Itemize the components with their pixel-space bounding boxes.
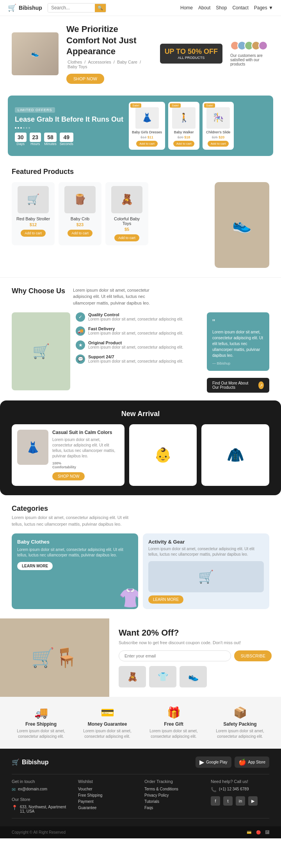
- location-icon: 📍: [12, 805, 18, 810]
- feat-prod-2: 🧸 Colorful Baby Toys $5 Add to cart: [105, 182, 148, 245]
- twitter-icon[interactable]: t: [223, 796, 233, 806]
- footer-link-guarantee[interactable]: Guarantee: [78, 806, 137, 810]
- cat-header: Categories Lorem ipsum dolor sit amet, c…: [12, 505, 269, 527]
- nav-about[interactable]: About: [198, 5, 210, 11]
- why-choose-section: Why Choose Us Lorem ipsum dolor sit amet…: [0, 279, 281, 401]
- lo-product-2: Sale! 🎠 Children's Slide $25 $20 Add to …: [203, 102, 234, 150]
- arrow-icon: ↗: [258, 381, 264, 389]
- hero-shop-button[interactable]: SHOP NOW: [66, 74, 104, 84]
- featured-grid: 🛒 Red Baby Stroller $12 Add to cart 🪵 Ba…: [12, 182, 269, 268]
- feat-add-cart-2[interactable]: Add to cart: [114, 234, 139, 241]
- activity-image: 🛒: [148, 561, 264, 592]
- google-play-icon: ▶: [199, 758, 204, 766]
- footer-cart-icon: 🛒: [12, 758, 20, 766]
- nav-home[interactable]: Home: [180, 5, 193, 11]
- satisfied-text: Our customers are satisfied with our pro…: [230, 53, 269, 66]
- lo-add-cart-0[interactable]: Add to cart: [136, 141, 158, 147]
- footer-top: 🛒 Bibishup ▶ Google Play 🍎 App Store: [12, 756, 269, 768]
- footer-link-payment[interactable]: Payment: [78, 799, 137, 804]
- trust-badges-section: 🚚 Free Shipping Lorem ipsum dolor sit am…: [0, 697, 281, 749]
- phone-icon: 📞: [211, 787, 217, 792]
- footer-visa-icon[interactable]: 💳: [247, 830, 251, 834]
- timer-hours: 23 Hours: [30, 133, 41, 146]
- lo-product-1: Sale! 🚶 Baby Walker $20 $18 Add to cart: [168, 102, 199, 150]
- why-quote-author: — Bibishup: [212, 361, 264, 365]
- shipping-icon: 🚚: [16, 706, 66, 719]
- footer-link-tutorials[interactable]: Tutorials: [144, 799, 203, 804]
- timer-days: 30 Days: [15, 133, 27, 146]
- featured-title: Featured Products: [12, 168, 269, 176]
- na-main-product: 👗 Casual Suit in Calm Colors Lorem ipsum…: [12, 424, 124, 486]
- na-shop-button[interactable]: SHOP NOW: [52, 472, 85, 480]
- why-features: ✓ Quality Control Lorem ipsum dolor sit …: [76, 312, 201, 393]
- why-body: 🛒 ✓ Quality Control Lorem ipsum dolor si…: [12, 312, 269, 393]
- logo-text: Bibishup: [19, 5, 42, 11]
- discount-sub-images: 🧸 👕 👟: [119, 666, 272, 687]
- gift-icon: 🎁: [148, 706, 199, 719]
- footer-col-helpline: Need help? Call us! 📞 (+1) 12 345 6789 f…: [211, 779, 269, 813]
- hero-image: 👟: [12, 32, 59, 75]
- activity-learn-btn[interactable]: LEARN MORE: [148, 595, 183, 604]
- baby-clothes-image: 👚: [119, 587, 138, 609]
- social-links: f t in ▶: [211, 796, 269, 806]
- app-store-button[interactable]: 🍎 App Store: [235, 756, 269, 768]
- nav-links: Home About Shop Contact Pages ▼: [180, 5, 273, 11]
- activity-title: Activity & Gear: [148, 539, 264, 545]
- search-bar[interactable]: 🔍: [48, 3, 106, 12]
- baby-clothes-learn-btn[interactable]: LEARN MORE: [17, 562, 53, 570]
- hero-categories: Clothes / Accessories / Baby Care / Baby…: [66, 60, 152, 69]
- discount-form: SUBSCRIBE: [119, 650, 272, 661]
- baby-clothes-title: Baby Clothes: [17, 539, 133, 545]
- footer-mc-icon[interactable]: 🔴: [256, 830, 261, 834]
- limited-offer-products: Sale! 👗 Baby Girls Dresses $13 $11 Add t…: [129, 102, 266, 150]
- trust-packing: 📦 Safety Packing Lorem ipsum dolor sit a…: [215, 706, 265, 739]
- hero-right: Our customers are satisfied with our pro…: [230, 41, 269, 66]
- feat-prod-0: 🛒 Red Baby Stroller $12 Add to cart: [12, 182, 55, 245]
- nav-shop[interactable]: Shop: [216, 5, 227, 11]
- nav-contact[interactable]: Contact: [232, 5, 248, 11]
- footer-link-privacy[interactable]: Privacy Policy: [144, 793, 203, 797]
- google-play-button[interactable]: ▶ Google Play: [196, 756, 231, 768]
- limited-offers-container: LIMITED OFFERS Lease Grab It Before It R…: [8, 96, 273, 156]
- footer-link-terms[interactable]: Terms & Conditions: [144, 787, 203, 791]
- youtube-icon[interactable]: ▶: [248, 796, 258, 806]
- sub-img-1: 👕: [149, 666, 176, 687]
- trust-shipping: 🚚 Free Shipping Lorem ipsum dolor sit am…: [16, 706, 66, 739]
- why-find-button[interactable]: Find Out More About Our Products ↗: [207, 378, 269, 393]
- baby-clothes-desc: Lorem ipsum dolor sit amet, consectetur …: [17, 547, 133, 558]
- search-input[interactable]: [48, 4, 95, 12]
- footer-logo: 🛒 Bibishup: [12, 758, 48, 766]
- footer-paypal-icon[interactable]: 🅿: [265, 830, 269, 834]
- footer-bottom: Copyright © All Right Reserved 💳 🔴 🅿: [0, 826, 281, 838]
- facebook-icon[interactable]: f: [211, 796, 220, 806]
- featured-big-image: 👟: [215, 182, 269, 268]
- customer-avatars: [230, 41, 268, 50]
- discount-description: Subscribe now to get free discount coupo…: [119, 640, 272, 645]
- feat-add-cart-1[interactable]: Add to cart: [68, 230, 92, 237]
- cart-icon: 🛒: [8, 4, 16, 12]
- why-quote-box: " Lorem ipsum dolor sit amet, consectetu…: [207, 312, 269, 371]
- footer-contact: ✉ ex@domain.com: [12, 787, 70, 792]
- hero-title: We Prioritize Comfort Not Just Appearanc…: [66, 24, 152, 57]
- activity-desc: Lorem ipsum dolor sit amet, consectetur …: [148, 546, 264, 557]
- countdown-timer: 30 Days 23 Hours 58 Minutes 49 Seconds: [15, 133, 123, 146]
- instagram-icon[interactable]: in: [236, 796, 245, 806]
- lo-add-cart-2[interactable]: Add to cart: [208, 141, 229, 147]
- footer-link-faqs[interactable]: Faqs: [144, 806, 203, 810]
- logo[interactable]: 🛒 Bibishup: [8, 4, 42, 12]
- footer-link-voucher[interactable]: Voucher: [78, 787, 137, 791]
- email-input[interactable]: [119, 650, 231, 661]
- cat-baby-clothes: Baby Clothes Lorem ipsum dolor sit amet,…: [12, 533, 138, 609]
- footer-store-buttons: ▶ Google Play 🍎 App Store: [196, 756, 269, 768]
- why-header: Why Choose Us Lorem ipsum dolor sit amet…: [12, 287, 269, 306]
- sub-img-0: 🧸: [119, 666, 146, 687]
- trust-money: 💳 Money Guarantee Lorem ipsum dolor sit …: [82, 706, 133, 739]
- footer-link-freeship[interactable]: Free Shipping: [78, 793, 137, 797]
- search-button[interactable]: 🔍: [95, 4, 106, 12]
- nav-pages[interactable]: Pages ▼: [254, 5, 273, 11]
- footer: 🛒 Bibishup ▶ Google Play 🍎 App Store Get…: [0, 749, 281, 826]
- subscribe-button[interactable]: SUBSCRIBE: [234, 650, 272, 661]
- feat-add-cart-0[interactable]: Add to cart: [21, 230, 46, 237]
- lo-add-cart-1[interactable]: Add to cart: [173, 141, 195, 147]
- trust-gift: 🎁 Free Gift Lorem ipsum dolor sit amet, …: [148, 706, 199, 739]
